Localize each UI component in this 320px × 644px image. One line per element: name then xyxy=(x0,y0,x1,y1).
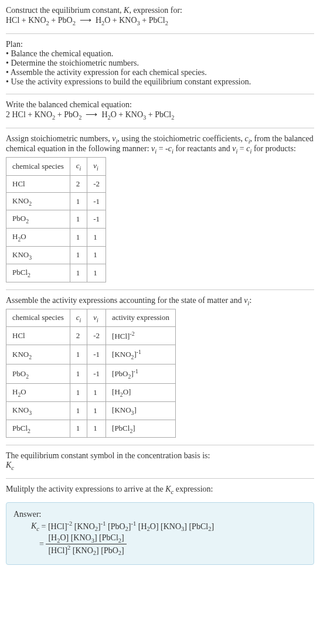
table-row: H2O11 xyxy=(6,228,106,246)
balanced-intro: Write the balanced chemical equation: xyxy=(6,100,314,110)
cell-species: KNO2 xyxy=(6,345,70,364)
cell-species: H2O xyxy=(6,384,70,402)
eqconst-line1: The equilibrium constant symbol in the c… xyxy=(6,451,314,461)
cell-v: 1 xyxy=(87,401,106,420)
cell-c: 1 xyxy=(70,401,87,420)
table-row: HCl2-2[HCl]-2 xyxy=(6,327,176,345)
answer-label: Answer: xyxy=(13,510,307,519)
cell-species: KNO2 xyxy=(6,192,70,210)
table-row: KNO21-1 xyxy=(6,192,106,210)
multiply-text: Mulitply the activity expressions to arr… xyxy=(6,485,314,495)
stoich-intro: Assign stoichiometric numbers, νi, using… xyxy=(6,134,314,155)
cell-expr: [HCl]-2 xyxy=(106,327,176,345)
divider xyxy=(6,33,314,34)
cell-v: 1 xyxy=(87,246,106,264)
answer-fraction: [H2O] [KNO3] [PbCl2] [HCl]2 [KNO2] [PbO2… xyxy=(46,533,126,556)
cell-species: PbO2 xyxy=(6,210,70,229)
plan-item: • Use the activity expressions to build … xyxy=(6,77,314,87)
cell-c: 2 xyxy=(70,175,87,192)
stoich-section: Assign stoichiometric numbers, νi, using… xyxy=(6,134,314,282)
table-row: KNO311 xyxy=(6,246,106,264)
cell-c: 2 xyxy=(70,327,87,345)
activity-table: chemical species ci νi activity expressi… xyxy=(6,309,176,438)
cell-species: PbCl2 xyxy=(6,264,70,282)
cell-species: KNO3 xyxy=(6,401,70,420)
eqconst-section: The equilibrium constant symbol in the c… xyxy=(6,451,314,471)
divider xyxy=(6,445,314,445)
cell-c: 1 xyxy=(70,384,87,402)
cell-v: -2 xyxy=(87,327,106,345)
cell-v: 1 xyxy=(87,420,106,438)
multiply-section: Mulitply the activity expressions to arr… xyxy=(6,485,314,495)
cell-v: 1 xyxy=(87,384,106,402)
cell-expr: [PbO2]-1 xyxy=(106,364,176,384)
cell-c: 1 xyxy=(70,420,87,438)
cell-expr: [KNO2]-1 xyxy=(106,345,176,364)
table-header-row: chemical species ci νi activity expressi… xyxy=(6,309,176,327)
col-species: chemical species xyxy=(6,309,70,327)
frac-numerator: [H2O] [KNO3] [PbCl2] xyxy=(46,533,126,544)
plan-item: • Balance the chemical equation. xyxy=(6,49,314,59)
activity-section: Assemble the activity expressions accoun… xyxy=(6,296,314,438)
cell-species: HCl xyxy=(6,175,70,192)
table-row: PbO21-1[PbO2]-1 xyxy=(6,364,176,384)
col-species: chemical species xyxy=(6,158,70,176)
answer-line2: = [H2O] [KNO3] [PbCl2] [HCl]2 [KNO2] [Pb… xyxy=(39,533,307,556)
divider xyxy=(6,289,314,290)
cell-c: 1 xyxy=(70,192,87,210)
plan-item: • Assemble the activity expression for e… xyxy=(6,68,314,77)
table-row: PbO21-1 xyxy=(6,210,106,229)
col-v: νi xyxy=(87,309,106,327)
cell-expr: [KNO3] xyxy=(106,401,176,420)
cell-expr: [PbCl2] xyxy=(106,420,176,438)
cell-v: -1 xyxy=(87,192,106,210)
cell-species: PbO2 xyxy=(6,364,70,384)
cell-c: 1 xyxy=(70,210,87,229)
answer-line1: Kc = [HCl]-2 [KNO2]-1 [PbO2]-1 [H2O] [KN… xyxy=(31,520,307,532)
col-c: ci xyxy=(70,309,87,327)
answer-body: Kc = [HCl]-2 [KNO2]-1 [PbO2]-1 [H2O] [KN… xyxy=(31,520,307,557)
col-c: ci xyxy=(70,158,87,176)
cell-c: 1 xyxy=(70,364,87,384)
table-row: KNO311[KNO3] xyxy=(6,401,176,420)
balanced-section: Write the balanced chemical equation: 2 … xyxy=(6,100,314,121)
cell-species: KNO3 xyxy=(6,246,70,264)
header-section: Construct the equilibrium constant, K, e… xyxy=(6,6,314,26)
table-row: PbCl211 xyxy=(6,264,106,282)
cell-v: -1 xyxy=(87,345,106,364)
balanced-equation: 2 HCl + KNO2 + PbO2 ⟶ H2O + KNO3 + PbCl2 xyxy=(6,110,314,121)
cell-v: 1 xyxy=(87,228,106,246)
cell-expr: [H2O] xyxy=(106,384,176,402)
cell-v: -1 xyxy=(87,210,106,229)
cell-species: PbCl2 xyxy=(6,420,70,438)
plan-title: Plan: xyxy=(6,40,314,49)
cell-c: 1 xyxy=(70,345,87,364)
table-header-row: chemical species ci νi xyxy=(6,158,106,176)
header-line1: Construct the equilibrium constant, K, e… xyxy=(6,6,314,15)
frac-denominator: [HCl]2 [KNO2] [PbO2] xyxy=(46,544,126,556)
header-equation: HCl + KNO2 + PbO2 ⟶ H2O + KNO3 + PbCl2 xyxy=(6,15,314,26)
divider xyxy=(6,478,314,479)
table-row: HCl2-2 xyxy=(6,175,106,192)
divider xyxy=(6,128,314,128)
col-v: νi xyxy=(87,158,106,176)
col-expr: activity expression xyxy=(106,309,176,327)
eqconst-symbol: Kc xyxy=(6,461,314,471)
table-row: KNO21-1[KNO2]-1 xyxy=(6,345,176,364)
cell-c: 1 xyxy=(70,228,87,246)
table-row: H2O11[H2O] xyxy=(6,384,176,402)
cell-c: 1 xyxy=(70,246,87,264)
cell-v: 1 xyxy=(87,264,106,282)
answer-box: Answer: Kc = [HCl]-2 [KNO2]-1 [PbO2]-1 [… xyxy=(6,502,314,565)
plan-item: • Determine the stoichiometric numbers. xyxy=(6,59,314,68)
cell-species: H2O xyxy=(6,228,70,246)
activity-intro: Assemble the activity expressions accoun… xyxy=(6,296,314,306)
cell-species: HCl xyxy=(6,327,70,345)
cell-c: 1 xyxy=(70,264,87,282)
plan-section: Plan: • Balance the chemical equation. •… xyxy=(6,40,314,87)
table-row: PbCl211[PbCl2] xyxy=(6,420,176,438)
cell-v: -1 xyxy=(87,364,106,384)
cell-v: -2 xyxy=(87,175,106,192)
stoich-table: chemical species ci νi HCl2-2 KNO21-1 Pb… xyxy=(6,157,106,282)
divider xyxy=(6,94,314,94)
